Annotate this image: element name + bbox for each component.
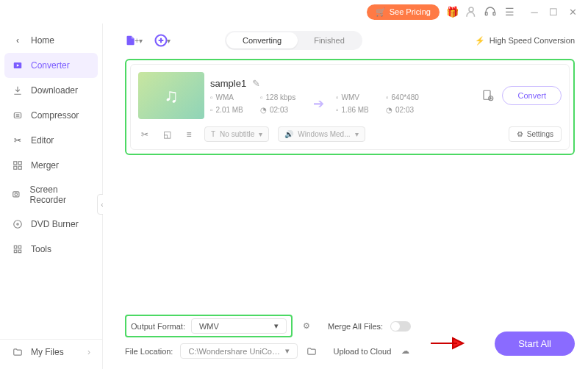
annotation-arrow-icon	[429, 335, 466, 351]
sidebar-label: Editor	[31, 135, 54, 146]
svg-rect-19	[484, 90, 490, 99]
recorder-icon	[12, 189, 23, 201]
file-settings-button[interactable]: ⚙Settings	[509, 126, 562, 142]
svg-rect-17	[18, 250, 21, 253]
upload-cloud-label: Upload to Cloud	[333, 347, 391, 356]
svg-point-0	[469, 7, 473, 12]
convert-button[interactable]: Convert	[502, 86, 562, 105]
chevron-down-icon: ▾	[285, 346, 290, 356]
file-icon: ▫	[260, 93, 263, 101]
minimize-button[interactable]: ─	[526, 4, 542, 20]
subtitle-value: No subtitle	[220, 130, 254, 138]
svg-rect-5	[14, 113, 21, 118]
see-pricing-button[interactable]: 🛒 See Pricing	[367, 4, 440, 20]
sidebar-label: My Files	[31, 347, 64, 357]
output-format-label: Output Format:	[131, 322, 185, 331]
sidebar-item-tools[interactable]: Tools	[0, 237, 102, 262]
src-format: WMA	[216, 93, 234, 101]
sidebar-label: Downloader	[31, 85, 78, 96]
user-icon[interactable]	[465, 5, 478, 18]
file-icon: ▫	[336, 106, 339, 114]
high-speed-conversion[interactable]: ⚡ High Speed Conversion	[475, 36, 575, 46]
output-settings-icon[interactable]: ⚙	[300, 320, 313, 333]
svg-rect-8	[14, 166, 17, 169]
file-thumbnail[interactable]: ♫	[138, 72, 204, 119]
file-location-label: File Location:	[125, 347, 173, 356]
tab-finished[interactable]: Finished	[298, 32, 361, 49]
cloud-icon[interactable]: ☁	[398, 345, 412, 358]
sidebar-label: Converter	[31, 60, 70, 71]
converter-icon	[12, 60, 24, 71]
file-location-value: C:\Wondershare UniConverter	[188, 347, 284, 356]
src-duration: 02:03	[270, 106, 288, 114]
sidebar-item-dvd-burner[interactable]: DVD Burner	[0, 212, 102, 237]
chevron-down-icon: ▾	[259, 130, 262, 138]
svg-rect-1	[485, 12, 487, 15]
subtitle-icon: T	[211, 130, 215, 138]
trim-icon[interactable]: ✂	[138, 128, 151, 141]
merge-label: Merge All Files:	[328, 322, 383, 331]
effects-icon[interactable]: ≡	[182, 128, 196, 141]
svg-rect-9	[18, 166, 21, 169]
file-card: ♫ sample1 ✎ ▫WMA ▫2.01 MB ▫12	[130, 64, 570, 150]
download-icon	[12, 85, 24, 96]
sidebar-item-editor[interactable]: ✂ Editor	[0, 128, 102, 153]
audio-dropdown[interactable]: 🔊Windows Med...▾	[278, 126, 365, 142]
scissors-icon: ✂	[12, 135, 24, 146]
svg-point-11	[15, 193, 18, 196]
chevron-down-icon: ▾	[274, 321, 279, 331]
clock-icon: ◔	[260, 106, 267, 114]
svg-rect-2	[493, 12, 495, 15]
headset-icon[interactable]	[484, 5, 497, 18]
svg-rect-7	[18, 162, 21, 165]
file-icon: ▫	[210, 93, 213, 101]
open-folder-icon[interactable]	[305, 345, 318, 358]
back-icon: ‹	[12, 35, 24, 46]
sidebar-item-compressor[interactable]: Compressor	[0, 103, 102, 128]
svg-point-12	[14, 221, 22, 229]
close-button[interactable]: ✕	[564, 4, 581, 20]
chevron-right-icon: ›	[87, 347, 90, 357]
dst-resolution: 640*480	[392, 93, 419, 101]
gear-icon: ⚙	[517, 130, 523, 138]
svg-rect-16	[14, 250, 17, 253]
settings-label: Settings	[527, 130, 553, 138]
crop-icon[interactable]: ◱	[160, 128, 173, 141]
dst-format: WMV	[342, 93, 359, 101]
audio-value: Windows Med...	[298, 130, 350, 138]
start-all-button[interactable]: Start All	[495, 332, 575, 356]
add-file-button[interactable]: +▾	[125, 32, 143, 49]
sidebar-label: Compressor	[31, 110, 79, 121]
maximize-button[interactable]: ☐	[545, 4, 562, 20]
tab-converting[interactable]: Converting	[226, 32, 298, 49]
file-location-dropdown[interactable]: C:\Wondershare UniConverter ▾	[180, 343, 298, 359]
sidebar-item-merger[interactable]: Merger	[0, 153, 102, 178]
sidebar-item-downloader[interactable]: Downloader	[0, 78, 102, 103]
sidebar-item-my-files[interactable]: My Files ›	[0, 339, 102, 365]
svg-point-13	[17, 223, 18, 225]
sidebar-item-converter[interactable]: Converter	[4, 53, 98, 78]
sidebar-label: Home	[31, 35, 54, 46]
dst-size: 1.86 MB	[342, 106, 369, 114]
add-url-button[interactable]: ▾	[153, 32, 171, 49]
sidebar-item-screen-recorder[interactable]: Screen Recorder	[0, 178, 102, 212]
merge-toggle[interactable]	[390, 321, 411, 332]
arrow-right-icon: ➔	[313, 96, 324, 112]
subtitle-dropdown[interactable]: TNo subtitle▾	[204, 126, 269, 142]
menu-icon[interactable]: ☰	[503, 5, 516, 18]
svg-rect-15	[18, 246, 21, 248]
sidebar-label: Screen Recorder	[30, 184, 90, 205]
sidebar-item-home[interactable]: ‹ Home	[0, 28, 102, 53]
see-pricing-label: See Pricing	[390, 7, 431, 16]
src-size: 2.01 MB	[216, 106, 243, 114]
file-card-highlight: ♫ sample1 ✎ ▫WMA ▫2.01 MB ▫12	[125, 59, 575, 155]
src-bitrate: 128 kbps	[266, 93, 296, 101]
output-format-dropdown[interactable]: WMV ▾	[191, 318, 287, 334]
file-icon: ▫	[386, 93, 389, 101]
gift-icon[interactable]: 🎁	[445, 5, 459, 18]
cart-icon: 🛒	[376, 7, 386, 17]
edit-name-icon[interactable]: ✎	[252, 78, 260, 89]
file-settings-icon[interactable]	[480, 87, 496, 104]
folder-icon	[12, 346, 24, 358]
sidebar-label: Merger	[31, 160, 59, 171]
